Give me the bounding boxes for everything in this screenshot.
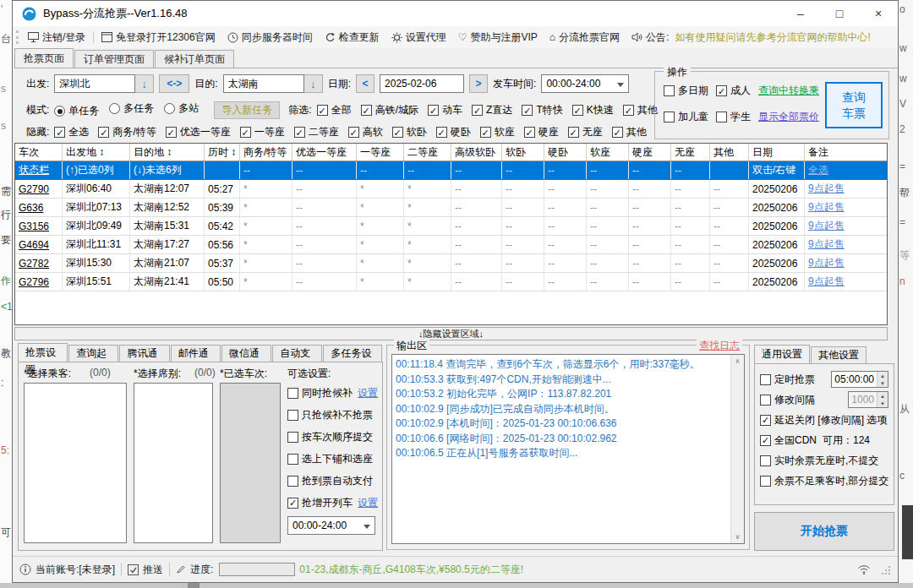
hide-checkbox-11[interactable]: ✓其他 <box>612 125 647 139</box>
scroll-down-icon[interactable]: ∨ <box>735 533 741 541</box>
hide-checkbox-4[interactable]: ✓二等座 <box>294 125 339 139</box>
general-tab-0[interactable]: 通用设置 <box>754 345 810 363</box>
general-tab-1[interactable]: 其他设置 <box>811 346 867 363</box>
table-row[interactable]: G4694深圳北11:31太湖南17:2705:56*--**---------… <box>15 236 887 254</box>
scroll-up-icon[interactable]: ∧ <box>735 357 741 365</box>
dest-station-value[interactable]: 太湖南 <box>223 74 304 93</box>
query-ticket-button[interactable]: 查询车票 <box>825 82 883 128</box>
log-scrollbar[interactable]: ∧ ∨ <box>730 355 744 543</box>
seat-listbox[interactable] <box>134 383 213 543</box>
selected-train-listbox[interactable] <box>220 383 281 543</box>
close-button[interactable]: × <box>859 1 898 26</box>
start-grab-button[interactable]: 开始抢票 <box>754 512 894 551</box>
general-checkbox-5[interactable]: 余票不足乘客时,部分提交 <box>760 474 888 488</box>
settings-tab-2[interactable]: 腾讯通知 <box>119 345 169 362</box>
general-checkbox-2[interactable]: ✓延迟关闭 [修改间隔] 选项 <box>760 413 887 427</box>
filter-checkbox-6[interactable]: ✓其他 <box>623 103 658 117</box>
sponsor-vip-button[interactable]: ♡赞助与注册VIP <box>452 30 544 45</box>
transfer-query-link[interactable]: 查询中转换乘 <box>758 84 819 98</box>
spinner-arrows[interactable]: ▲▼ <box>877 372 888 387</box>
push-toggle[interactable]: 推送 <box>128 563 163 577</box>
hide-checkbox-10[interactable]: ✓无座 <box>568 125 603 139</box>
grab-time-select[interactable]: 00:00-24:00 <box>287 516 375 535</box>
import-task-button[interactable]: 导入新任务 <box>214 101 280 119</box>
filter-checkbox-5[interactable]: ✓K快速 <box>572 103 614 117</box>
logout-login-button[interactable]: 注销/登录 <box>22 30 91 45</box>
passenger-listbox[interactable] <box>24 383 127 543</box>
ops-checkbox-r1-1[interactable]: ✓成人 <box>716 84 751 98</box>
table-row[interactable]: G636深圳北07:13太湖南12:5205:39*--**----------… <box>15 199 887 217</box>
resize-grip[interactable] <box>880 564 891 575</box>
spin-down-icon[interactable]: ▼ <box>877 379 888 387</box>
filter-checkbox-4[interactable]: ✓T特快 <box>522 103 562 117</box>
depart-dropdown-icon[interactable]: ↓ <box>135 74 154 93</box>
prev-date-button[interactable]: < <box>356 74 374 93</box>
hide-checkbox-5[interactable]: ✓高软 <box>348 125 383 139</box>
table-row[interactable]: G2790深圳06:40太湖南12:0705:27*--**----------… <box>15 180 887 199</box>
hide-checkbox-8[interactable]: ✓软座 <box>480 125 515 139</box>
depart-station-combo[interactable]: 深圳北 ↓ <box>54 74 154 93</box>
hide-settings-divider[interactable]: ↓隐藏设置区域↓ <box>14 327 888 340</box>
general-checkbox-0[interactable]: 定时抢票 <box>760 373 815 387</box>
radio-mode-0[interactable]: 单任务 <box>54 104 99 118</box>
spinner-input[interactable]: 05:00:00▲▼ <box>831 371 888 388</box>
general-checkbox-4[interactable]: 实时余票无座时,不提交 <box>760 454 878 468</box>
dest-station-combo[interactable]: 太湖南 ↓ <box>223 74 323 93</box>
settings-tab-0[interactable]: 抢票设置 <box>18 343 68 362</box>
option-checkbox-3[interactable]: 选上下铺和选座 <box>287 452 373 466</box>
swap-stations-button[interactable]: <-> <box>159 74 189 93</box>
option-checkbox-1[interactable]: 只抢候补不抢票 <box>287 408 373 422</box>
sync-server-time-button[interactable]: 同步服务器时间 <box>221 30 319 45</box>
radio-mode-1[interactable]: 多任务 <box>109 101 154 116</box>
table-row[interactable]: G3156深圳北09:49太湖南15:3105:42*--**---------… <box>15 217 887 236</box>
spin-up-icon[interactable]: ▲ <box>877 372 888 379</box>
spinner-arrows[interactable]: ▲▼ <box>877 392 888 407</box>
minimize-button[interactable]: – <box>781 1 820 26</box>
settings-link[interactable]: 设置 <box>358 496 378 510</box>
settings-tab-5[interactable]: 自动支付 <box>272 345 322 362</box>
next-date-button[interactable]: > <box>469 74 488 93</box>
tab-grab-ticket[interactable]: 抢票页面 <box>14 48 74 68</box>
settings-tab-1[interactable]: 查询起售 <box>68 345 118 362</box>
proxy-settings-button[interactable]: 设置代理 <box>385 30 452 45</box>
settings-tab-6[interactable]: 多任务设置 <box>323 345 382 362</box>
general-checkbox-3[interactable]: ✓全国CDN <box>760 433 817 448</box>
option-checkbox-0[interactable]: 同时抢候补 <box>287 386 353 400</box>
option-checkbox-2[interactable]: 按车次顺序提交 <box>287 430 373 444</box>
depart-time-select[interactable]: 00:00-24:00 <box>541 74 629 93</box>
check-update-button[interactable]: 检查更新 <box>319 30 385 45</box>
option-checkbox-5[interactable]: ✓抢增开列车 <box>287 496 353 510</box>
spin-down-icon[interactable]: ▼ <box>877 400 888 407</box>
ops-checkbox-r1-0[interactable]: 多日期 <box>664 84 708 98</box>
radio-mode-2[interactable]: 多站 <box>164 101 199 116</box>
hide-checkbox-3[interactable]: ✓一等座 <box>240 125 285 139</box>
settings-link[interactable]: 设置 <box>358 386 378 400</box>
settings-tab-3[interactable]: 邮件通知 <box>171 345 221 362</box>
hide-checkbox-0[interactable]: ✓全选 <box>54 125 89 139</box>
hide-checkbox-1[interactable]: ✓商务/特等 <box>98 125 156 139</box>
filter-checkbox-2[interactable]: ✓动车 <box>428 103 462 117</box>
hide-checkbox-6[interactable]: ✓软卧 <box>392 125 427 139</box>
table-row[interactable]: G2782深圳15:30太湖南21:0705:37*--**----------… <box>15 254 887 273</box>
ops-checkbox-r2-0[interactable]: 加儿童 <box>664 110 708 124</box>
settings-tab-4[interactable]: 微信通知 <box>221 345 271 362</box>
maximize-button[interactable]: □ <box>820 1 859 26</box>
ops-checkbox-r2-1[interactable]: 学生 <box>716 110 751 124</box>
table-row[interactable]: G2796深圳15:51太湖南21:4105:50*--**----------… <box>15 273 887 291</box>
option-checkbox-4[interactable]: 抢到票自动支付 <box>287 474 373 488</box>
show-all-price-link[interactable]: 显示全部票价 <box>758 110 819 124</box>
hide-checkbox-7[interactable]: ✓硬卧 <box>436 125 471 139</box>
hide-checkbox-9[interactable]: ✓硬座 <box>524 125 559 139</box>
date-input[interactable]: 2025-02-06 <box>380 74 464 93</box>
tab-order-manage[interactable]: 订单管理页面 <box>74 50 154 68</box>
log-area[interactable]: 00:11:18.4 查询完毕，查到6个车次，筛选显示6个，用时:337毫秒。0… <box>391 354 745 544</box>
dest-dropdown-icon[interactable]: ↓ <box>304 74 323 93</box>
official-site-button[interactable]: ⌂分流抢票官网 <box>544 30 626 45</box>
search-log-link[interactable]: 查找日志 <box>697 339 742 353</box>
filter-checkbox-0[interactable]: ✓全部 <box>317 103 352 117</box>
spinner-input[interactable]: 1000▲▼ <box>848 391 888 408</box>
table-status-row[interactable]: 状态栏(↑)已选0列(↓)未选6列--------------------双击/… <box>15 161 887 180</box>
filter-checkbox-3[interactable]: ✓Z直达 <box>472 103 512 117</box>
tab-waitlist-order[interactable]: 候补订单页面 <box>155 50 234 68</box>
hide-checkbox-2[interactable]: ✓优选一等座 <box>166 125 231 139</box>
